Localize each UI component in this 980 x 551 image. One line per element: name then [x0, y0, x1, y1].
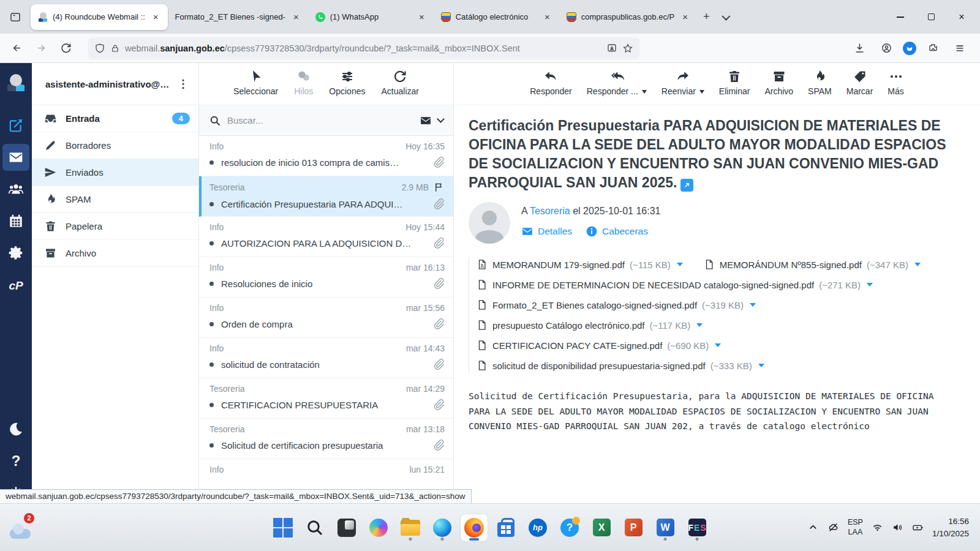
get-help-icon[interactable]: ?	[556, 514, 583, 541]
excel-icon[interactable]: X	[588, 514, 615, 541]
extensions-puzzle-icon[interactable]	[922, 38, 943, 59]
bookmark-star-icon[interactable]	[622, 43, 633, 54]
sidebar-item-archivo[interactable]: Archivo	[32, 240, 198, 267]
tab-whatsapp[interactable]: (1) WhatsApp ×	[308, 4, 434, 30]
tab-list-dropdown-icon[interactable]	[716, 9, 734, 24]
task-view-icon[interactable]	[333, 514, 360, 541]
weather-widget[interactable]: 2	[9, 514, 36, 541]
taskbar-search-icon[interactable]	[301, 514, 328, 541]
file-explorer-icon[interactable]	[397, 514, 424, 541]
delete-button[interactable]: Eliminar	[719, 69, 750, 96]
reply-button[interactable]: Responder	[530, 69, 572, 96]
message-row[interactable]: Tesoreriamar 14:29 CERTIFICACION PRESUPU…	[199, 378, 453, 419]
cpanel-icon[interactable]: cP	[4, 274, 28, 298]
reply-all-dropdown-icon[interactable]	[642, 90, 647, 94]
more-button[interactable]: Más	[888, 69, 903, 96]
attachment-menu-icon[interactable]	[867, 283, 873, 287]
url-bar[interactable]: webmail.sanjuan.gob.ec/cpsess7793728530/…	[88, 37, 639, 59]
sidebar-item-spam[interactable]: SPAM	[32, 186, 198, 213]
minimize-button[interactable]	[887, 6, 914, 29]
fes-app-icon[interactable]: FES	[684, 514, 710, 541]
powerpoint-icon[interactable]: P	[620, 514, 647, 541]
mail-nav-icon[interactable]	[2, 144, 29, 171]
search-options-chevron-icon[interactable]	[437, 115, 445, 123]
compose-icon[interactable]	[4, 113, 28, 138]
tab-close-icon[interactable]: ×	[290, 10, 302, 23]
word-icon[interactable]: W	[652, 514, 679, 541]
dark-mode-moon-icon[interactable]	[4, 417, 28, 441]
restore-button[interactable]	[918, 6, 944, 29]
tab-close-icon[interactable]: ×	[416, 10, 428, 23]
mark-button[interactable]: Marcar	[846, 69, 873, 96]
contacts-icon[interactable]	[4, 177, 28, 201]
firefox-view-icon[interactable]	[5, 7, 26, 28]
attachment-item[interactable]: MEMORÁNDUM Nº855-signed.pdf(~347 KB)	[704, 258, 921, 271]
tab-compraspublicas[interactable]: compraspublicas.gob.ec/P ×	[559, 4, 697, 30]
tab-formato[interactable]: Formato_2_ET Bienes -signed- ×	[168, 4, 308, 30]
attachment-item[interactable]: presupuesto Catálogo electrónico.pdf(~11…	[477, 319, 703, 331]
attachment-item[interactable]: INFORME DE DETERMINACION DE NECESIDAD ca…	[477, 279, 873, 291]
tray-expand-chevron-icon[interactable]	[807, 522, 819, 533]
message-row[interactable]: Tesoreriamar 13:18 Solicitud de certific…	[199, 419, 453, 459]
recipient-link[interactable]: Tesoreria	[530, 206, 570, 216]
select-button[interactable]: Seleccionar	[233, 69, 278, 96]
menu-hamburger-icon[interactable]: ≡	[949, 38, 970, 59]
clock[interactable]: 16:56 1/10/2025	[932, 515, 969, 539]
threads-button[interactable]: Hilos	[294, 69, 313, 96]
attachment-item[interactable]: Formato_2_ET Bienes catalogo-signed-sign…	[477, 299, 756, 311]
details-toggle[interactable]: Detalles	[521, 225, 572, 238]
tab-close-icon[interactable]: ×	[679, 10, 691, 23]
privacy-extension-icon[interactable]	[903, 42, 916, 55]
attachment-item[interactable]: solicitud de disponibilidad presupuestar…	[477, 359, 764, 372]
copilot-icon[interactable]	[365, 514, 392, 541]
calendar-icon[interactable]	[4, 209, 28, 233]
attachment-menu-icon[interactable]	[677, 263, 683, 266]
volume-icon[interactable]	[892, 522, 903, 533]
reply-all-button[interactable]: Responder ...	[587, 69, 647, 96]
sidebar-item-borradores[interactable]: Borradores	[32, 132, 198, 159]
battery-icon[interactable]	[912, 522, 924, 533]
spam-button[interactable]: SPAM	[808, 69, 832, 96]
tab-close-icon[interactable]: ×	[541, 10, 553, 23]
options-button[interactable]: Opciones	[329, 69, 365, 96]
message-row[interactable]: InfoHoy 16:35 resolucion de inicio 013 c…	[199, 136, 453, 176]
envelope-scope-icon[interactable]	[420, 114, 432, 127]
save-page-icon[interactable]	[606, 43, 617, 54]
forward-button[interactable]: Reenviar	[662, 69, 704, 96]
hp-icon[interactable]: hp	[524, 514, 551, 541]
wifi-icon[interactable]	[872, 522, 883, 533]
message-row[interactable]: Infomar 15:56 Orden de compra	[199, 298, 453, 338]
tab-close-icon[interactable]: ×	[150, 10, 162, 23]
search-input[interactable]: Buscar...	[227, 115, 413, 126]
reload-icon[interactable]	[55, 38, 76, 59]
edge-icon[interactable]	[429, 514, 456, 541]
attachment-menu-icon[interactable]	[750, 303, 756, 307]
forward-dropdown-icon[interactable]	[699, 90, 704, 94]
lock-icon[interactable]	[110, 43, 120, 53]
headers-toggle[interactable]: Cabeceras	[586, 225, 648, 238]
new-tab-button[interactable]: +	[697, 9, 716, 24]
archive-button[interactable]: Archivo	[764, 69, 793, 96]
sidebar-item-papelera[interactable]: Papelera	[32, 213, 198, 240]
sidebar-item-entrada[interactable]: Entrada 4	[32, 105, 198, 132]
open-in-new-window-icon[interactable]	[680, 179, 693, 192]
search-bar[interactable]: Buscar...	[199, 105, 453, 136]
tracking-shield-icon[interactable]	[94, 43, 105, 54]
downloads-icon[interactable]	[849, 38, 870, 59]
start-button[interactable]	[270, 514, 296, 541]
settings-gear-icon[interactable]	[4, 241, 28, 265]
microsoft-store-icon[interactable]	[492, 514, 519, 541]
forward-icon[interactable]	[31, 38, 51, 59]
attachment-item[interactable]: CERTIFICACION PACY CATE-signed.pdf(~690 …	[477, 339, 721, 351]
firefox-icon[interactable]	[461, 514, 488, 541]
message-row[interactable]: Infomar 14:43 solicitud de contratación	[199, 338, 453, 378]
refresh-button[interactable]: Actualizar	[381, 69, 418, 96]
close-button[interactable]: ×	[948, 6, 975, 29]
attachment-item[interactable]: MEMORANDUM 179-signed.pdf(~115 KB)	[477, 258, 683, 271]
tab-roundcube[interactable]: (4) Roundcube Webmail :: ×	[31, 4, 168, 30]
attachment-menu-icon[interactable]	[758, 364, 764, 367]
attachment-menu-icon[interactable]	[914, 263, 921, 266]
sidebar-item-enviados[interactable]: Enviados	[32, 159, 198, 186]
language-indicator[interactable]: ESPLAA	[848, 518, 863, 537]
back-icon[interactable]	[6, 38, 27, 59]
